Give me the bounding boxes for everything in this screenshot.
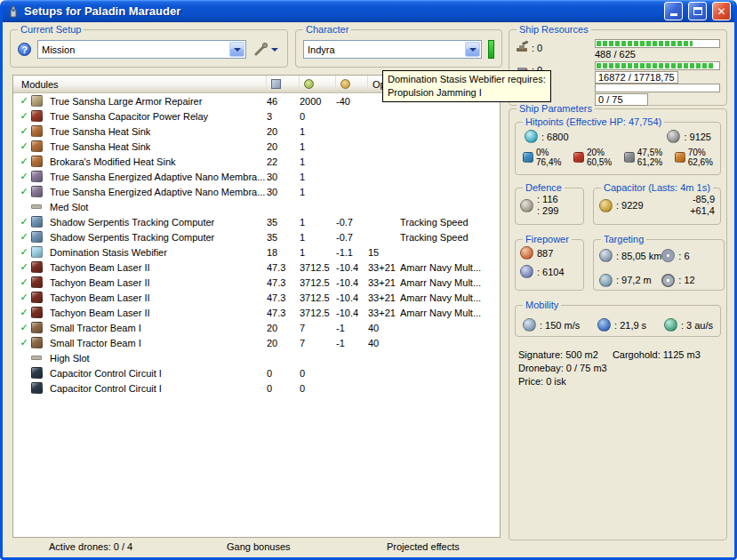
module-row[interactable]: ✓True Sansha Energized Adaptive Nano Mem… — [13, 169, 500, 184]
max-targets-value: : 6 — [678, 251, 689, 261]
module-row[interactable]: ✓Small Tractor Beam I207-140 — [13, 335, 500, 350]
module-powergrid: 7 — [300, 338, 336, 348]
fitted-check-icon: ✓ — [17, 292, 31, 302]
tooltip-line1: Domination Stasis Webifier requires: — [388, 73, 546, 86]
module-cpu: 0 — [267, 383, 300, 394]
help-icon[interactable]: ? — [18, 43, 31, 56]
module-powergrid: 1 — [300, 187, 336, 197]
module-row[interactable]: ✓Tachyon Beam Laser II47.33712.5-10.433+… — [13, 260, 500, 275]
align-time-value: : 21,9 s — [614, 320, 646, 331]
resource-count-cell: : 0 — [516, 39, 590, 54]
hitpoints-label: Hitpoints (Effective HP: 47,754) — [523, 116, 664, 128]
gang-bonuses-section[interactable]: Gang bonuses — [227, 541, 291, 552]
module-powergrid: 1 — [300, 126, 336, 137]
chevron-down-icon — [271, 48, 278, 52]
setup-tools-button[interactable] — [252, 42, 280, 57]
module-row[interactable]: ✓Tachyon Beam Laser II47.33712.5-10.433+… — [13, 275, 500, 290]
module-cap-use: -10.4 — [336, 277, 368, 288]
module-cap-use: -0.7 — [336, 232, 368, 243]
module-row[interactable]: ✓True Sansha Capacitor Power Relay30 — [13, 108, 500, 124]
resource-bar — [595, 61, 720, 70]
fitted-check-icon: ✓ — [17, 172, 31, 181]
module-row[interactable]: ✓Small Tractor Beam I207-140 — [13, 320, 500, 335]
module-powergrid: 7 — [300, 323, 336, 333]
character-select-value: Indyra — [304, 44, 464, 55]
minimize-button[interactable] — [664, 2, 683, 20]
module-row[interactable]: ✓True Sansha Energized Adaptive Nano Mem… — [13, 184, 500, 199]
cpu-column-header[interactable] — [267, 76, 300, 92]
module-cpu: 20 — [267, 338, 300, 348]
minimize-icon — [670, 13, 677, 16]
module-row[interactable]: Med Slot — [13, 199, 500, 214]
module-charge: Amarr Navy Mult... — [400, 308, 500, 318]
current-setup-group: Current Setup ? Mission — [10, 29, 288, 68]
module-icon — [31, 110, 43, 122]
module-cap-use: -1.1 — [336, 247, 368, 258]
module-row[interactable]: ✓Shadow Serpentis Tracking Computer351-0… — [13, 214, 500, 229]
ship-parameters-panel: Ship Parameters Hitpoints (Effective HP:… — [509, 108, 727, 540]
module-cpu: 47.3 — [267, 292, 300, 303]
module-row[interactable]: High Slot — [13, 350, 500, 365]
titlebar[interactable]: Setups for Paladin Marauder ✕ — [3, 0, 734, 22]
module-name: Brokara's Modified Heat Sink — [47, 156, 267, 167]
ship-resources-label: Ship Resources — [517, 23, 591, 36]
armor-repair-value: : 299 — [537, 205, 558, 217]
module-cpu: 0 — [267, 368, 300, 379]
powergrid-column-header[interactable] — [300, 76, 336, 92]
module-cap-use: -10.4 — [336, 292, 368, 303]
module-charge: Amarr Navy Mult... — [400, 262, 500, 273]
module-powergrid: 3712.5 — [300, 292, 336, 303]
module-row[interactable]: ✓True Sansha Heat Sink201 — [13, 124, 500, 139]
setup-select[interactable]: Mission — [37, 40, 246, 59]
module-optimal: 15 — [368, 247, 400, 258]
module-icon — [31, 246, 43, 258]
modules-column-header[interactable]: Modules — [13, 76, 267, 92]
module-row[interactable]: ✓Domination Stasis Webifier181-1.115 — [13, 244, 500, 260]
armor-hp-value: : 9125 — [684, 132, 711, 142]
module-optimal: 40 — [368, 323, 400, 333]
price-value: Price: 0 isk — [518, 376, 566, 387]
firepower-label: Firepower — [523, 233, 572, 245]
module-icon — [31, 171, 43, 182]
modules-list: Modules Opti... ✓True Sansha Large Armor… — [12, 75, 501, 538]
module-row[interactable]: ✓Tachyon Beam Laser II47.33712.5-10.433+… — [13, 305, 500, 320]
fitted-check-icon: ✓ — [17, 111, 31, 121]
module-row[interactable]: Capacitor Control Circuit I00 — [13, 365, 500, 380]
module-row[interactable]: Capacitor Control Circuit I00 — [13, 380, 500, 396]
resist-cell: 70%62,6% — [675, 148, 713, 167]
module-powergrid: 0 — [300, 368, 336, 379]
dropdown-arrow-icon[interactable] — [465, 42, 480, 57]
module-row[interactable]: ✓Shadow Serpentis Tracking Computer351-0… — [13, 229, 500, 244]
current-setup-label: Current Setup — [18, 23, 84, 36]
module-icon — [31, 367, 43, 379]
active-drones-section[interactable]: Active drones: 0 / 4 — [49, 541, 132, 552]
module-name: Small Tractor Beam I — [47, 338, 267, 348]
module-cpu: 35 — [267, 232, 300, 243]
module-icon — [31, 140, 43, 152]
ship-stats-text: Signature: 500 m2 Cargohold: 1125 m3 Dro… — [515, 349, 721, 387]
module-icon — [31, 276, 43, 288]
projected-effects-section[interactable]: Projected effects — [387, 541, 460, 552]
maximize-button[interactable] — [688, 2, 707, 20]
module-row[interactable]: ✓Brokara's Modified Heat Sink221 — [13, 154, 500, 169]
capacitor-column-header[interactable] — [336, 76, 368, 92]
shield-icon — [525, 130, 538, 143]
em-resist-icon — [523, 152, 533, 163]
module-name: Capacitor Control Circuit I — [47, 383, 267, 394]
dropdown-arrow-icon[interactable] — [229, 42, 244, 57]
module-powergrid: 3712.5 — [300, 262, 336, 273]
volley-icon — [520, 265, 533, 278]
thermal-resist-icon — [573, 152, 584, 163]
ship-resource-row: : 0488 / 625 — [516, 39, 720, 60]
close-button[interactable]: ✕ — [712, 2, 731, 20]
module-row[interactable]: ✓True Sansha Heat Sink201 — [13, 139, 500, 154]
module-optimal: 40 — [368, 338, 400, 348]
slot-tool-icon — [31, 204, 42, 209]
max-velocity-icon — [523, 318, 536, 332]
character-select[interactable]: Indyra — [303, 40, 482, 59]
module-name: Shadow Serpentis Tracking Computer — [47, 217, 267, 228]
module-row[interactable]: ✓Tachyon Beam Laser II47.33712.5-10.433+… — [13, 290, 500, 305]
module-icon — [31, 216, 43, 228]
window-title: Setups for Paladin Marauder — [24, 4, 659, 18]
module-name: Tachyon Beam Laser II — [47, 262, 267, 273]
